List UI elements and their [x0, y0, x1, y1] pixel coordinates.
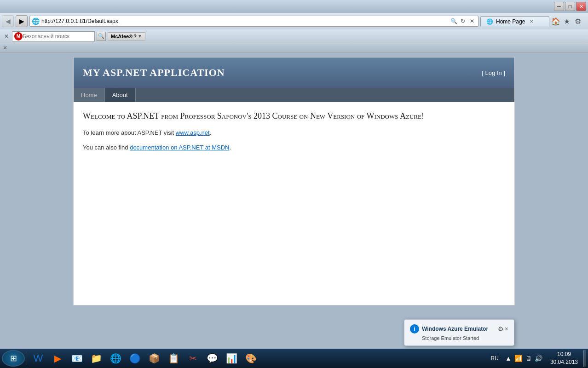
mcafee-label[interactable]: McAfee® ? ▼ [108, 32, 145, 40]
taskbar: ⊞ W ▶ 📧 📁 🌐 🔵 📦 📋 ✂ 💬 📊 🎨 RU ▲ 📶 🖥 🔊 10:… [0, 349, 588, 368]
para2-prefix: You can also find [83, 144, 130, 151]
tray-sound-icon[interactable]: 🔊 [535, 354, 543, 362]
taskbar-notes[interactable]: 📋 [164, 350, 183, 367]
stop-icon[interactable]: ✕ [468, 17, 476, 25]
taskbar-pkg[interactable]: 📦 [145, 350, 163, 367]
tab-right-buttons: 🏠 ★ ⚙ [551, 17, 586, 26]
forward-button[interactable]: ▶ [16, 15, 28, 27]
taskbar-paint[interactable]: 🎨 [242, 350, 260, 367]
nav-about[interactable]: About [105, 88, 136, 102]
page-area: My ASP.NET Application [ Log In ] Home A… [0, 52, 588, 310]
taskbar-media[interactable]: ▶ [48, 350, 67, 367]
para2-suffix: . [229, 144, 231, 151]
app-content: Welcome to ASP.NET from Professor Safono… [74, 102, 514, 286]
notif-close-button[interactable]: × [505, 326, 508, 332]
show-desktop-button[interactable] [583, 350, 586, 367]
home-icon[interactable]: 🏠 [551, 17, 560, 26]
page-heading: Welcome to ASP.NET from Professor Safono… [83, 111, 505, 121]
search-icon[interactable]: 🔍 [450, 17, 458, 25]
taskbar-powerpoint[interactable]: 📊 [222, 350, 241, 367]
nav-home[interactable]: Home [74, 88, 105, 102]
notif-settings-button[interactable]: ⚙ [498, 326, 504, 332]
taskbar-vs[interactable]: 🔵 [126, 350, 144, 367]
language-indicator[interactable]: RU [489, 355, 501, 362]
aspnet-link[interactable]: www.asp.net [176, 129, 210, 136]
browser-window: ─ □ ✕ ◀ ▶ 🌐 🔍 ↻ ✕ 🌐 Home Page ✕ 🏠 ★ ⚙ [0, 0, 588, 52]
browser-icon: 🌐 [32, 17, 40, 25]
taskbar-right: RU ▲ 📶 🖥 🔊 10:09 30.04.2013 [489, 350, 586, 367]
mcafee-question: ? [133, 34, 137, 39]
mcafee-shield-icon: M [14, 32, 23, 40]
active-tab[interactable]: 🌐 Home Page ✕ [480, 16, 549, 26]
login-suffix: ] [503, 69, 505, 76]
tray-app-icon[interactable]: 🖥 [525, 354, 533, 362]
search-box: M [12, 31, 95, 41]
tray-icons: ▲ 📶 🖥 🔊 [502, 354, 545, 362]
tab-label: Home Page [496, 18, 525, 25]
para1-prefix: To learn more about ASP.NET visit [83, 129, 176, 136]
settings-icon[interactable]: ⚙ [573, 17, 582, 26]
tab-favicon: 🌐 [486, 18, 493, 25]
taskbar-ie[interactable]: 🌐 [106, 350, 125, 367]
tab-close-button[interactable]: ✕ [530, 19, 533, 24]
clock-date: 30.04.2013 [550, 358, 578, 366]
taskbar-divider [27, 351, 27, 365]
search-input[interactable] [23, 33, 92, 40]
app-login: [ Log In ] [482, 69, 505, 76]
toolbar2-bar: ✕ [0, 43, 588, 52]
para1: To learn more about ASP.NET visit www.as… [83, 128, 505, 138]
notif-info-icon: i [410, 324, 419, 334]
para2: You can also find documentation on ASP.N… [83, 143, 505, 152]
title-bar-controls: ─ □ ✕ [554, 2, 586, 11]
tray-network-icon[interactable]: 📶 [514, 354, 523, 362]
navigation-bar: ◀ ▶ 🌐 🔍 ↻ ✕ 🌐 Home Page ✕ 🏠 ★ ⚙ [0, 13, 588, 29]
clock-time: 10:09 [550, 351, 578, 358]
notification-popup: i Windows Azure Emulator ⚙ × Storage Emu… [404, 319, 514, 346]
close-button[interactable]: ✕ [576, 2, 586, 11]
app-header: My ASP.NET Application [ Log In ] [74, 58, 514, 88]
title-bar: ─ □ ✕ [0, 0, 588, 13]
address-bar: 🌐 🔍 ↻ ✕ [29, 16, 478, 27]
notif-close-buttons: ⚙ × [498, 326, 508, 332]
notif-title: Windows Azure Emulator [422, 326, 495, 332]
refresh-icon[interactable]: ↻ [459, 17, 467, 25]
tray-arrow-icon[interactable]: ▲ [504, 354, 513, 362]
taskbar-clock[interactable]: 10:09 30.04.2013 [547, 351, 582, 366]
login-prefix: [ [482, 69, 485, 76]
toolbar-close-button[interactable]: ✕ [3, 33, 10, 40]
app-container: My ASP.NET Application [ Log In ] Home A… [73, 57, 515, 305]
taskbar-skype[interactable]: 💬 [203, 350, 221, 367]
notif-header: i Windows Azure Emulator ⚙ × [410, 324, 508, 334]
taskbar-tool1[interactable]: ✂ [184, 350, 202, 367]
start-button[interactable]: ⊞ [2, 350, 25, 367]
address-input[interactable] [41, 18, 448, 24]
mcafee-text: McAfee® [111, 34, 133, 39]
toolbar2-close-button[interactable]: ✕ [3, 45, 7, 51]
mcafee-dropdown-icon[interactable]: ▼ [138, 34, 142, 39]
taskbar-outlook[interactable]: 📧 [68, 350, 86, 367]
favorites-icon[interactable]: ★ [562, 17, 571, 26]
para1-suffix: . [210, 129, 212, 136]
app-title: My ASP.NET Application [83, 67, 225, 79]
login-link[interactable]: Log In [485, 69, 502, 76]
toolbar-bar: ✕ M 🔍 McAfee® ? ▼ [0, 29, 588, 43]
notif-body: Storage Emulator Started [422, 335, 508, 341]
maximize-button[interactable]: □ [565, 2, 575, 11]
taskbar-explorer[interactable]: 📁 [87, 350, 105, 367]
back-button[interactable]: ◀ [2, 15, 14, 27]
address-bar-buttons: 🔍 ↻ ✕ [450, 17, 476, 25]
search-button[interactable]: 🔍 [97, 32, 106, 41]
msdn-link[interactable]: documentation on ASP.NET at MSDN [130, 144, 229, 151]
taskbar-word[interactable]: W [29, 350, 47, 367]
minimize-button[interactable]: ─ [554, 2, 564, 11]
app-nav: Home About [74, 88, 514, 102]
